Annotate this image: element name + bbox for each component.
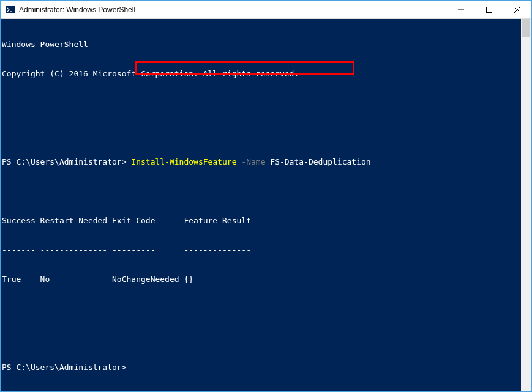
table-header: Success Restart Needed Exit Code Feature… bbox=[2, 216, 521, 226]
terminal-area[interactable]: Windows PowerShell Copyright (C) 2016 Mi… bbox=[1, 19, 531, 391]
prompt: PS C:\Users\Administrator> bbox=[2, 363, 127, 372]
close-button[interactable] bbox=[503, 1, 531, 18]
titlebar[interactable]: Administrator: Windows PowerShell bbox=[1, 1, 531, 19]
param-name: -Name bbox=[241, 157, 265, 166]
maximize-button[interactable] bbox=[475, 1, 503, 18]
table-divider: ------- -------------- --------- -------… bbox=[2, 245, 521, 255]
window-controls bbox=[447, 1, 531, 18]
prompt-line: PS C:\Users\Administrator> bbox=[2, 363, 521, 372]
minimize-button[interactable] bbox=[447, 1, 475, 18]
param-value: FS-Data-Deduplication bbox=[270, 157, 370, 166]
svg-rect-0 bbox=[6, 6, 15, 13]
vertical-scrollbar[interactable] bbox=[521, 19, 531, 391]
prompt: PS C:\Users\Administrator> bbox=[2, 157, 127, 166]
window-title: Administrator: Windows PowerShell bbox=[19, 6, 447, 14]
blank-line bbox=[2, 128, 521, 138]
blank-line bbox=[2, 187, 521, 196]
blank-line bbox=[2, 304, 521, 314]
banner-line: Windows PowerShell bbox=[2, 40, 521, 50]
blank-line bbox=[2, 98, 521, 108]
command-line: PS C:\Users\Administrator> Install-Windo… bbox=[2, 157, 521, 167]
svg-rect-3 bbox=[487, 7, 492, 12]
scrollbar-thumb[interactable] bbox=[522, 19, 530, 37]
blank-line bbox=[2, 333, 521, 343]
powershell-icon bbox=[6, 5, 15, 15]
table-row: True No NoChangeNeeded {} bbox=[2, 275, 521, 284]
powershell-window: Administrator: Windows PowerShell Window… bbox=[0, 0, 532, 392]
cmdlet: Install-WindowsFeature bbox=[131, 157, 236, 166]
terminal-content: Windows PowerShell Copyright (C) 2016 Mi… bbox=[2, 20, 521, 390]
copyright-line: Copyright (C) 2016 Microsoft Corporation… bbox=[2, 69, 521, 79]
